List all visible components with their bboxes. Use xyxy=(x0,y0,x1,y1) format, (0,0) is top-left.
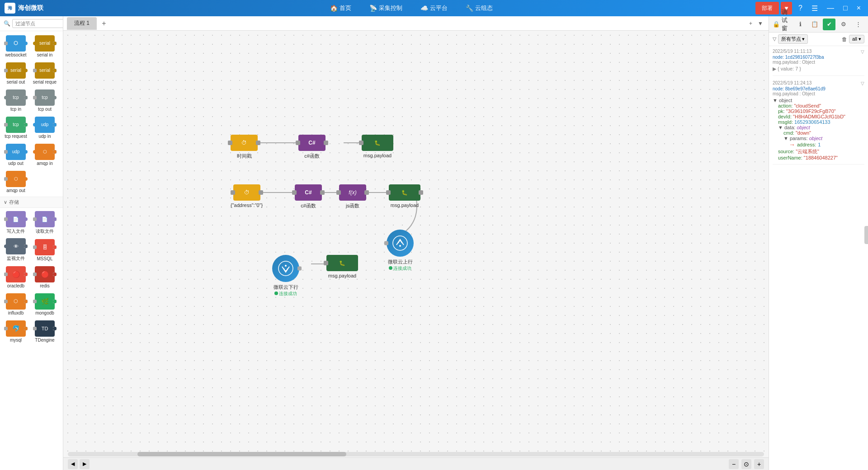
flow-node-wl-up-label: 微联云上行 xyxy=(388,258,413,265)
right-edge-handle[interactable] xyxy=(864,226,868,244)
nav-next-btn[interactable]: ▶ xyxy=(80,459,90,469)
trash-icon[interactable]: 🗑 xyxy=(842,36,847,42)
node-oracledb-label: oracledb xyxy=(7,283,24,288)
node-oracledb[interactable]: 🔴 oracledb xyxy=(2,264,30,290)
collect-icon: 📡 xyxy=(369,5,377,12)
node-tcp-out[interactable]: tcp tcp out xyxy=(31,87,59,113)
node-tdengine[interactable]: TD TDengine xyxy=(31,318,59,344)
zoom-in-btn[interactable]: + xyxy=(754,459,764,469)
flow-node-timer2[interactable]: ⏱ {"address":"0"} xyxy=(231,184,263,208)
panel-tab-icons: ℹ 📋 ✔ ⚙ ⋮ xyxy=(794,19,864,30)
clear-label: all xyxy=(852,36,857,42)
node-tcp-out-label: tcp out xyxy=(38,107,52,112)
log-entry-1-expand[interactable]: ▽ xyxy=(861,49,864,54)
log-entry-1: 2022/5/19 11:11:13 ▽ node: 1cd298160727f… xyxy=(773,49,864,76)
filter-all-nodes-btn[interactable]: 所有节点 ▾ xyxy=(778,34,808,44)
panel-tab-book[interactable]: 📋 xyxy=(808,19,821,30)
panel-tab-gear[interactable]: ⚙ xyxy=(837,19,850,30)
debug-log[interactable]: 2022/5/19 11:11:13 ▽ node: 1cd298160727f… xyxy=(769,46,868,470)
log-entry-1-timestamp: 2022/5/19 11:11:13 xyxy=(773,49,811,54)
node-serial-in[interactable]: serial serial in xyxy=(31,33,59,59)
flow-node-msg3[interactable]: 🐛 msg.payload xyxy=(326,255,358,278)
node-mssql-label: MSSQL xyxy=(37,256,52,261)
node-read-file[interactable]: 📄 读取文件 xyxy=(31,210,59,236)
menu-button[interactable]: ☰ xyxy=(809,3,821,14)
node-read-file-label: 读取文件 xyxy=(36,228,54,235)
flow-node-csharp1[interactable]: C# c#函数 xyxy=(298,135,326,160)
nav-right: 部署 ▼ ? ☰ — □ × xyxy=(755,2,863,14)
node-udp-out-label: udp out xyxy=(8,161,23,166)
node-tcp-in[interactable]: tcp tcp in xyxy=(2,87,30,113)
node-redis[interactable]: 🔴 redis xyxy=(31,264,59,290)
close-button[interactable]: × xyxy=(854,3,863,13)
flow-canvas[interactable]: ⏱ 时间戳 C# c#函数 🐛 msg.pa xyxy=(63,31,769,457)
filter-funnel-icon: ▽ xyxy=(773,36,776,42)
panel-tab-info[interactable]: ℹ xyxy=(794,19,807,30)
svg-point-6 xyxy=(393,236,407,250)
help-button[interactable]: ? xyxy=(796,3,805,13)
node-serial-out-label: serial out xyxy=(7,80,25,85)
flow-tab-add[interactable]: + xyxy=(99,18,109,29)
node-write-file-label: 写入文件 xyxy=(7,228,25,235)
flow-tab-1[interactable]: 流程 1 xyxy=(67,17,97,30)
node-tcp-request[interactable]: tcp tcp request xyxy=(2,114,30,141)
log-entry-1-node: node: 1cd298160727f3ba xyxy=(773,55,864,60)
node-influxdb[interactable]: ⬡ influxdb xyxy=(2,291,30,317)
flow-more-options[interactable]: ▼ xyxy=(756,19,765,28)
node-websocket[interactable]: ⬡ websocket xyxy=(2,33,30,59)
sidebar-nodes-storage: 📄 写入文件 📄 读取文件 👁 监视文件 xyxy=(0,208,63,346)
flow-node-csharp2[interactable]: C# c#函数 xyxy=(295,184,322,209)
panel-tab-more[interactable]: ⋮ xyxy=(852,19,864,30)
maximize-button[interactable]: □ xyxy=(840,3,850,13)
filter-input[interactable] xyxy=(12,19,63,28)
node-mongodb[interactable]: 🌿 mongodb xyxy=(31,291,59,317)
zoom-out-btn[interactable]: − xyxy=(729,459,739,469)
node-amqp-out[interactable]: ⬡ amqp out xyxy=(2,169,30,195)
nav-cloud[interactable]: ☁️ 云平台 xyxy=(411,0,457,16)
flow-node-msg2[interactable]: 🐛 msg.payload xyxy=(389,184,420,208)
flow-node-jsfunc[interactable]: f(x) js函数 xyxy=(339,184,366,209)
log-entry-2-node: node: 8be69e97e8ae61d9 xyxy=(773,86,864,91)
flow-add-node[interactable]: + xyxy=(747,19,754,28)
node-tdengine-label: TDengine xyxy=(35,338,54,343)
flow-tabs: 流程 1 + + ▼ xyxy=(63,16,769,31)
node-serial-out[interactable]: serial serial out xyxy=(2,60,30,86)
deploy-button[interactable]: 部署 xyxy=(755,2,779,14)
panel-tab-debug[interactable]: ✔ xyxy=(823,19,835,30)
log-entry-2-timestamp: 2022/5/19 11:24:13 xyxy=(773,80,811,85)
node-udp-out[interactable]: udp udp out xyxy=(2,141,30,168)
node-serial-request[interactable]: serial serial reque xyxy=(31,60,59,86)
flow-node-csharp1-label: c#函数 xyxy=(304,153,320,160)
flow-node-wl-down[interactable]: 微联云下行 连接成功 xyxy=(272,255,299,297)
svg-point-8 xyxy=(278,261,293,276)
clear-all-btn[interactable]: all ▾ xyxy=(849,35,864,43)
node-influxdb-label: influxdb xyxy=(8,310,24,315)
node-mssql[interactable]: 🗄 MSSQL xyxy=(31,237,59,263)
svg-point-7 xyxy=(399,245,401,247)
node-udp-in[interactable]: udp udp in xyxy=(31,114,59,141)
node-mysql[interactable]: 🐬 mysql xyxy=(2,318,30,344)
filter-dropdown-icon: ▾ xyxy=(802,36,805,42)
minimize-button[interactable]: — xyxy=(824,3,837,13)
nav-config[interactable]: 🔧 云组态 xyxy=(457,0,502,16)
logo-icon: 海 xyxy=(5,3,15,14)
log-entry-2-expand[interactable]: ▽ xyxy=(861,81,864,86)
flow-node-wl-up[interactable]: 微联云上行 连接成功 xyxy=(387,230,414,272)
node-watch-file[interactable]: 👁 监视文件 xyxy=(2,237,30,263)
node-write-file[interactable]: 📄 写入文件 xyxy=(2,210,30,236)
nav-config-label: 云组态 xyxy=(475,4,493,12)
filter-label: 所有节点 xyxy=(781,36,801,42)
flow-node-timer1[interactable]: ⏱ 时间戳 xyxy=(231,135,258,160)
flow-tab-1-label: 流程 1 xyxy=(74,19,90,27)
node-serial-request-label: serial reque xyxy=(33,80,57,85)
svg-point-9 xyxy=(285,265,287,267)
nav-collect[interactable]: 📡 采集控制 xyxy=(360,0,411,16)
flow-connections-svg xyxy=(63,31,769,457)
node-tcp-request-label: tcp request xyxy=(5,134,27,139)
flow-node-msg1[interactable]: 🐛 msg.payload xyxy=(362,135,393,158)
zoom-fit-btn[interactable]: ⊙ xyxy=(741,459,751,469)
nav-home[interactable]: 🏠 首页 xyxy=(321,0,360,16)
flow-node-wl-down-status: 连接成功 xyxy=(274,291,297,297)
nav-prev-btn[interactable]: ◀ xyxy=(68,459,78,469)
node-amqp-in[interactable]: ⬡ amqp in xyxy=(31,141,59,168)
